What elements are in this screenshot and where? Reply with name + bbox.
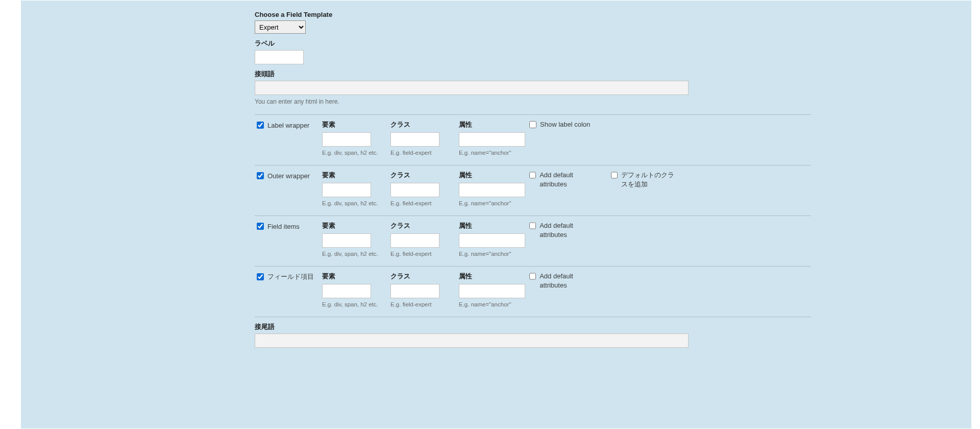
field-template-label: Choose a Field Template [255, 11, 811, 18]
prefix-help: You can enter any html in here. [255, 98, 811, 105]
outer-add-default-attributes-checkbox[interactable] [529, 172, 536, 179]
field-items-attr-input[interactable] [459, 233, 525, 248]
attr-col-help: E.g. name="anchor" [459, 251, 526, 257]
field-item-attr-input[interactable] [459, 284, 525, 298]
element-col-help: E.g. div, span, h2 etc. [322, 150, 389, 156]
field-item-element-input[interactable] [322, 284, 371, 298]
field-items-label: Field items [267, 223, 300, 230]
outer-add-default-attributes-label: Add default attributes [540, 171, 599, 189]
element-col-help: E.g. div, span, h2 etc. [322, 301, 389, 307]
separator [255, 114, 811, 115]
class-col-label: クラス [390, 221, 458, 230]
label-field-input[interactable] [255, 50, 304, 64]
label-wrapper-attr-input[interactable] [459, 132, 525, 147]
row-field-item: フィールド項目 要素 E.g. div, span, h2 etc. クラス E… [255, 272, 811, 307]
label-wrapper-element-input[interactable] [322, 132, 371, 147]
field-items-add-default-attributes-checkbox[interactable] [529, 222, 536, 229]
field-item-class-input[interactable] [390, 284, 439, 298]
label-field-label: ラベル [255, 39, 811, 48]
outer-wrapper-class-input[interactable] [390, 183, 439, 197]
class-col-label: クラス [390, 171, 458, 180]
label-wrapper-label: Label wrapper [267, 122, 309, 129]
element-col-help: E.g. div, span, h2 etc. [322, 200, 389, 206]
field-item-add-default-attributes-label: Add default attributes [540, 272, 599, 290]
field-items-element-input[interactable] [322, 233, 371, 248]
field-template-panel: Choose a Field Template Expert ラベル 接頭語 Y… [20, 0, 972, 429]
element-col-label: 要素 [322, 221, 389, 230]
element-col-label: 要素 [322, 272, 389, 281]
class-col-help: E.g. field-expert [390, 251, 458, 257]
separator [255, 165, 811, 165]
row-outer-wrapper: Outer wrapper 要素 E.g. div, span, h2 etc.… [255, 171, 811, 206]
element-col-label: 要素 [322, 171, 389, 180]
outer-add-default-classes-checkbox[interactable] [611, 172, 618, 179]
field-items-add-default-attributes-label: Add default attributes [540, 221, 599, 240]
label-wrapper-class-input[interactable] [390, 132, 439, 147]
show-label-colon-checkbox[interactable] [529, 121, 536, 128]
field-item-label: フィールド項目 [267, 272, 314, 281]
row-label-wrapper: Label wrapper 要素 E.g. div, span, h2 etc.… [255, 120, 811, 156]
outer-add-default-classes-label: デフォルトのクラスを追加 [621, 171, 680, 189]
field-items-checkbox[interactable] [257, 223, 264, 230]
class-col-label: クラス [390, 120, 458, 129]
attr-col-help: E.g. name="anchor" [459, 200, 526, 206]
separator [255, 266, 811, 267]
attr-col-label: 属性 [459, 221, 526, 230]
prefix-input[interactable] [255, 81, 689, 95]
attr-col-label: 属性 [459, 171, 526, 180]
suffix-label: 接尾語 [255, 322, 811, 331]
field-item-checkbox[interactable] [257, 273, 264, 280]
element-col-help: E.g. div, span, h2 etc. [322, 251, 389, 257]
attr-col-help: E.g. name="anchor" [459, 150, 526, 156]
attr-col-label: 属性 [459, 120, 526, 129]
separator [255, 216, 811, 216]
attr-col-label: 属性 [459, 272, 526, 281]
separator [255, 317, 811, 317]
show-label-colon-label: Show label colon [540, 120, 590, 129]
class-col-help: E.g. field-expert [390, 301, 458, 307]
outer-wrapper-attr-input[interactable] [459, 183, 525, 197]
outer-wrapper-element-input[interactable] [322, 183, 371, 197]
prefix-label: 接頭語 [255, 69, 811, 79]
field-template-select[interactable]: Expert [255, 20, 306, 34]
outer-wrapper-checkbox[interactable] [257, 172, 264, 179]
class-col-help: E.g. field-expert [390, 200, 458, 206]
outer-wrapper-label: Outer wrapper [267, 172, 310, 180]
row-field-items: Field items 要素 E.g. div, span, h2 etc. ク… [255, 221, 811, 257]
field-item-add-default-attributes-checkbox[interactable] [529, 273, 536, 280]
class-col-label: クラス [390, 272, 458, 281]
attr-col-help: E.g. name="anchor" [459, 301, 526, 307]
class-col-help: E.g. field-expert [390, 150, 458, 156]
suffix-input[interactable] [255, 333, 689, 348]
label-wrapper-checkbox[interactable] [257, 122, 264, 129]
element-col-label: 要素 [322, 120, 389, 129]
field-items-class-input[interactable] [390, 233, 439, 248]
